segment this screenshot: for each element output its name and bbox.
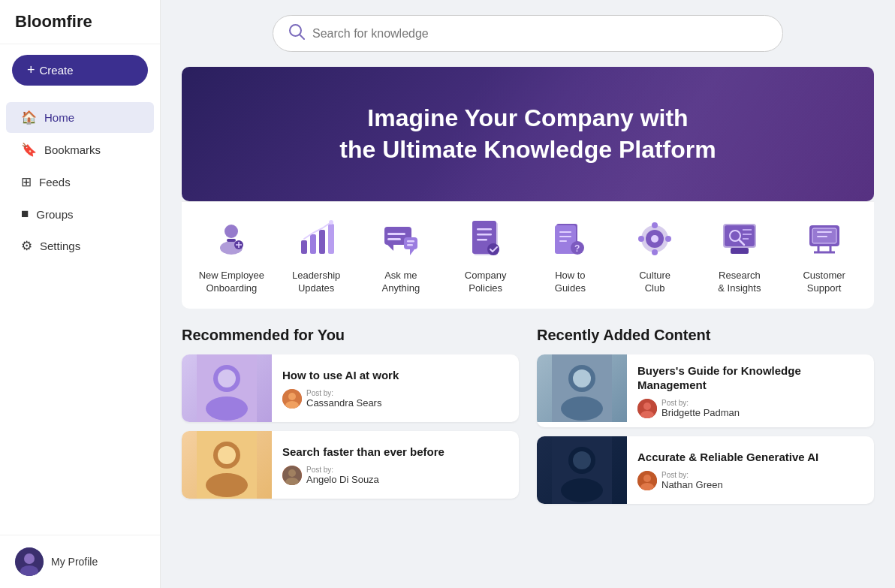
post-by-label-3: Post by: — [661, 399, 740, 407]
settings-icon: ⚙ — [21, 238, 32, 254]
category-company-policies[interactable]: CompanyPolicies — [444, 216, 527, 295]
card-accurate-ai-content: Accurate & Reliable Generative AI Post b… — [627, 436, 829, 504]
hero-title: Imagine Your Company with the Ultimate K… — [197, 103, 859, 165]
content-sections: Recommended for You How to use AI at wor… — [182, 327, 874, 513]
recommended-title: Recommended for You — [182, 327, 519, 344]
svg-point-86 — [643, 475, 651, 482]
category-leadership-label: LeadershipUpdates — [292, 270, 340, 295]
post-by-label-1: Post by: — [306, 389, 381, 397]
recommended-section: Recommended for You How to use AI at wor… — [182, 327, 519, 513]
search-input[interactable] — [312, 27, 767, 41]
svg-point-5 — [225, 225, 238, 238]
main-content: Imagine Your Company with the Ultimate K… — [161, 0, 895, 588]
sidebar-item-settings[interactable]: ⚙ Settings — [6, 231, 154, 261]
category-leadership[interactable]: LeadershipUpdates — [275, 216, 357, 295]
svg-point-29 — [487, 243, 499, 255]
category-tiles: New EmployeeOnboarding LeadershipUpdates — [182, 201, 874, 309]
author-cassandra-avatar — [282, 389, 302, 409]
svg-marker-17 — [387, 245, 393, 251]
svg-point-15 — [329, 220, 333, 225]
avatar — [15, 547, 44, 576]
card-buyers-guide-title: Buyers's Guide for Knowledge Management — [637, 363, 863, 393]
culture-club-icon — [631, 216, 678, 262]
card-accurate-ai-author: Post by: Nathan Green — [637, 471, 818, 490]
svg-rect-13 — [319, 230, 325, 254]
my-profile-label: My Profile — [51, 556, 98, 568]
create-button[interactable]: + Create — [12, 55, 148, 86]
category-company-policies-label: CompanyPolicies — [465, 270, 507, 295]
my-profile-section[interactable]: My Profile — [0, 535, 160, 588]
card-accurate-ai-thumbnail — [537, 436, 627, 504]
svg-point-62 — [206, 397, 248, 421]
svg-rect-20 — [404, 237, 417, 249]
company-policies-icon — [463, 216, 509, 262]
svg-rect-59 — [817, 236, 827, 237]
svg-rect-19 — [387, 238, 401, 240]
bookmark-icon: 🔖 — [21, 142, 37, 158]
category-customer-support[interactable]: CustomerSupport — [783, 216, 866, 295]
author-angelo-name: Angelo Di Souza — [306, 474, 379, 485]
svg-rect-51 — [731, 248, 749, 254]
card-buyers-guide-author: Post by: Bridgette Padman — [637, 399, 863, 418]
sidebar-item-home-label: Home — [44, 111, 74, 124]
card-accurate-ai-author-info: Post by: Nathan Green — [661, 471, 723, 490]
recently-added-section: Recently Added Content Buyers's Guide fo… — [537, 327, 874, 513]
svg-text:?: ? — [574, 243, 580, 254]
card-buyers-guide-author-info: Post by: Bridgette Padman — [661, 399, 740, 418]
category-new-employee[interactable]: New EmployeeOnboarding — [190, 216, 273, 295]
author-angelo-avatar — [282, 466, 302, 485]
svg-rect-27 — [477, 234, 492, 236]
category-ask-anything-label: Ask meAnything — [382, 270, 420, 295]
card-ai-work-content: How to use AI at work Post by: Cassandra — [272, 354, 409, 422]
svg-line-4 — [300, 35, 304, 39]
sidebar-item-bookmarks-label: Bookmarks — [44, 143, 101, 156]
category-new-employee-label: New EmployeeOnboarding — [199, 270, 264, 295]
card-accurate-ai[interactable]: Accurate & Reliable Generative AI Post b… — [537, 436, 874, 504]
card-ai-work-author: Post by: Cassandra Sears — [282, 389, 399, 409]
sidebar-item-groups[interactable]: ■ Groups — [6, 199, 154, 229]
sidebar-item-home[interactable]: 🏠 Home — [6, 102, 154, 133]
new-employee-icon — [208, 216, 255, 262]
sidebar-nav: 🏠 Home 🔖 Bookmarks ⊞ Feeds ■ Groups ⚙ Se… — [0, 96, 160, 535]
leadership-icon — [293, 216, 339, 262]
author-nathan-name: Nathan Green — [661, 479, 723, 490]
svg-marker-21 — [410, 249, 414, 255]
author-cassandra-name: Cassandra Sears — [306, 397, 381, 409]
how-to-guides-icon: ? — [547, 216, 593, 262]
category-culture-club[interactable]: CultureClub — [613, 216, 696, 295]
card-search-faster-thumbnail — [182, 431, 272, 499]
plus-icon: + — [27, 62, 35, 78]
hero-line1: Imagine Your Company with — [367, 104, 688, 131]
card-search-faster-author-info: Post by: Angelo Di Souza — [306, 466, 379, 485]
svg-point-70 — [218, 446, 236, 464]
card-buyers-guide[interactable]: Buyers's Guide for Knowledge Management … — [537, 354, 874, 427]
svg-rect-23 — [407, 244, 413, 246]
svg-point-39 — [651, 235, 658, 243]
category-culture-club-label: CultureClub — [639, 270, 670, 295]
svg-point-77 — [573, 369, 591, 387]
customer-support-icon — [801, 216, 848, 262]
author-bridgette-avatar — [637, 399, 657, 418]
recently-added-title: Recently Added Content — [537, 327, 874, 344]
svg-point-65 — [288, 393, 296, 400]
svg-point-1 — [24, 553, 35, 564]
card-ai-work-title: How to use AI at work — [282, 368, 399, 383]
card-search-faster-author: Post by: Angelo Di Souza — [282, 466, 444, 485]
svg-point-76 — [561, 397, 603, 421]
svg-point-79 — [643, 403, 651, 410]
post-by-label-4: Post by: — [661, 471, 723, 479]
sidebar-item-feeds[interactable]: ⊞ Feeds — [6, 167, 154, 198]
card-search-faster[interactable]: Search faster than ever before Post by: … — [182, 431, 519, 499]
sidebar: Bloomfire + Create 🏠 Home 🔖 Bookmarks ⊞ … — [0, 0, 161, 588]
sidebar-item-bookmarks[interactable]: 🔖 Bookmarks — [6, 134, 154, 165]
svg-point-42 — [638, 236, 644, 242]
category-research-insights[interactable]: Research& Insights — [698, 216, 781, 295]
feeds-icon: ⊞ — [21, 174, 32, 190]
card-ai-work[interactable]: How to use AI at work Post by: Cassandra — [182, 354, 519, 422]
category-ask-anything[interactable]: Ask meAnything — [360, 216, 442, 295]
card-search-faster-title: Search faster than ever before — [282, 445, 444, 460]
card-ai-work-author-info: Post by: Cassandra Sears — [306, 389, 381, 409]
svg-rect-26 — [477, 228, 492, 231]
category-how-to-guides[interactable]: ? How toGuides — [529, 216, 611, 295]
ask-anything-icon — [378, 216, 424, 262]
